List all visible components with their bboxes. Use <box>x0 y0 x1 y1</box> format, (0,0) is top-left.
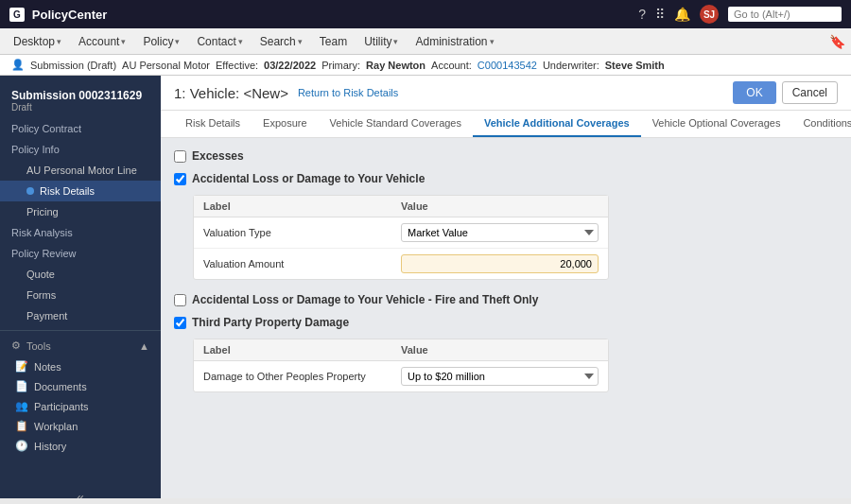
content-area: 1: Vehicle: <New> Return to Risk Details… <box>161 76 851 498</box>
tab-vehicle-additional-coverages[interactable]: Vehicle Additional Coverages <box>473 111 641 137</box>
effective-label: Effective: <box>216 60 258 71</box>
third-party-checkbox-label[interactable]: Third Party Property Damage <box>174 316 349 329</box>
submission-number: Submission 0002311629 <box>11 89 149 102</box>
underwriter-label: Underwriter: <box>543 60 599 71</box>
sidebar-label-policy-review: Policy Review <box>11 248 76 259</box>
sidebar-item-policy-review[interactable]: Policy Review <box>0 243 161 264</box>
sidebar-label-policy-contract: Policy Contract <box>11 123 81 134</box>
page-title: 1: Vehicle: <New> Return to Risk Details <box>174 85 398 101</box>
excesses-checkbox[interactable] <box>174 150 186 163</box>
sidebar-item-participants[interactable]: 👥 Participants <box>0 396 161 416</box>
sidebar-label-quote: Quote <box>26 269 55 280</box>
nav-search[interactable]: Search▾ <box>252 31 310 52</box>
logo-icon: G <box>9 8 25 22</box>
nav-policy[interactable]: Policy▾ <box>135 31 187 52</box>
nav-contact[interactable]: Contact▾ <box>189 31 250 52</box>
tools-section-header[interactable]: ⚙ Tools ▲ <box>0 335 161 356</box>
sidebar-item-policy-contract[interactable]: Policy Contract <box>0 118 161 139</box>
sidebar-item-notes[interactable]: 📝 Notes <box>0 356 161 376</box>
return-link[interactable]: Return to Risk Details <box>298 87 398 98</box>
accidental-loss-checkbox-label[interactable]: Accidental Loss or Damage to Your Vehicl… <box>174 172 425 185</box>
help-icon[interactable]: ? <box>638 7 646 22</box>
page-title-bar: 1: Vehicle: <New> Return to Risk Details… <box>161 76 851 111</box>
nav-desktop[interactable]: Desktop▾ <box>6 31 69 52</box>
table-row: Valuation Amount <box>194 249 608 279</box>
primary-label: Primary: <box>321 60 360 71</box>
primary-name: Ray Newton <box>366 60 426 71</box>
sidebar-item-payment[interactable]: Payment <box>0 305 161 326</box>
page-actions: OK Cancel <box>733 81 838 104</box>
ok-button[interactable]: OK <box>733 81 775 104</box>
excesses-checkbox-label[interactable]: Excesses <box>174 149 244 163</box>
nav-team[interactable]: Team <box>312 31 355 52</box>
bell-icon[interactable]: 🔔 <box>674 7 690 22</box>
third-party-row: Third Party Property Damage <box>174 316 838 329</box>
table-row: Valuation Type Market Value Agreed Value… <box>194 217 608 249</box>
table2-header: Label Value <box>194 339 608 361</box>
tab-conditions-exclusions[interactable]: Conditions And Exclusions Library <box>791 111 851 137</box>
sidebar-label-forms: Forms <box>26 289 56 301</box>
tab-risk-details[interactable]: Risk Details <box>174 111 252 137</box>
nav-administration[interactable]: Administration▾ <box>408 31 501 52</box>
grid-icon[interactable]: ⠿ <box>655 7 665 22</box>
sidebar-label-au-personal-motor: AU Personal Motor Line <box>26 165 137 176</box>
sidebar-item-forms[interactable]: Forms <box>0 285 161 305</box>
top-bar-left: G PolicyCenter <box>9 8 107 22</box>
person-icon: 👤 <box>11 59 25 71</box>
sidebar-label-risk-details: Risk Details <box>40 185 95 197</box>
notes-icon: 📝 <box>15 360 28 373</box>
fire-theft-checkbox-label[interactable]: Accidental Loss or Damage to Your Vehicl… <box>174 293 538 306</box>
sidebar-item-au-personal-motor[interactable]: AU Personal Motor Line <box>0 160 161 181</box>
history-icon: 🕐 <box>15 440 28 452</box>
workplan-icon: 📋 <box>15 420 28 432</box>
damage-other-label: Damage to Other Peoples Property <box>203 371 401 382</box>
fire-theft-label: Accidental Loss or Damage to Your Vehicl… <box>192 293 538 306</box>
sidebar-item-history[interactable]: 🕐 History <box>0 436 161 456</box>
account-link[interactable]: C000143542 <box>478 60 537 71</box>
sidebar-item-quote[interactable]: Quote <box>0 264 161 285</box>
valuation-type-select[interactable]: Market Value Agreed Value Book Value <box>401 223 599 242</box>
nav-bar: Desktop▾ Account▾ Policy▾ Contact▾ Searc… <box>0 28 851 55</box>
nav-utility[interactable]: Utility▾ <box>356 31 406 52</box>
tab-vehicle-standard-coverages[interactable]: Vehicle Standard Coverages <box>319 111 473 137</box>
cancel-button[interactable]: Cancel <box>782 81 838 104</box>
nav-account[interactable]: Account▾ <box>71 31 133 52</box>
tabs-bar: Risk Details Exposure Vehicle Standard C… <box>161 111 851 138</box>
sidebar-label-pricing: Pricing <box>26 206 59 217</box>
table1-col2-header: Value <box>401 200 599 212</box>
sidebar: Submission 0002311629 Draft Policy Contr… <box>0 76 161 498</box>
valuation-amount-input[interactable] <box>401 254 599 273</box>
form-content: Excesses Accidental Loss or Damage to Yo… <box>161 138 851 417</box>
sidebar-collapse-button[interactable]: « <box>0 484 161 498</box>
fire-theft-checkbox[interactable] <box>174 294 186 306</box>
effective-date: 03/22/2022 <box>264 60 316 71</box>
third-party-checkbox[interactable] <box>174 317 186 329</box>
sidebar-item-documents[interactable]: 📄 Documents <box>0 376 161 396</box>
table1-header: Label Value <box>194 196 608 217</box>
search-input[interactable] <box>728 7 842 22</box>
participants-icon: 👥 <box>15 400 28 412</box>
documents-icon: 📄 <box>15 380 28 392</box>
bookmark-icon[interactable]: 🔖 <box>829 34 845 49</box>
accidental-loss-checkbox[interactable] <box>174 173 186 185</box>
sidebar-item-risk-analysis[interactable]: Risk Analysis <box>0 222 161 243</box>
table2-col1-header: Label <box>203 344 401 356</box>
tab-vehicle-optional-coverages[interactable]: Vehicle Optional Coverages <box>641 111 792 137</box>
top-bar: G PolicyCenter ? ⠿ 🔔 SJ <box>0 0 851 28</box>
sidebar-item-risk-details[interactable]: Risk Details <box>0 181 161 201</box>
sidebar-item-workplan[interactable]: 📋 Workplan <box>0 416 161 436</box>
third-party-table: Label Value Damage to Other Peoples Prop… <box>193 339 609 392</box>
avatar[interactable]: SJ <box>700 5 719 24</box>
tools-label: Tools <box>26 340 51 352</box>
tab-exposure[interactable]: Exposure <box>252 111 318 137</box>
damage-other-select[interactable]: Up to $20 million Up to $10 million Up t… <box>401 367 599 386</box>
submission-bar: 👤 Submission (Draft) AU Personal Motor E… <box>0 55 851 76</box>
sidebar-label-payment: Payment <box>26 310 67 322</box>
table-row: Damage to Other Peoples Property Up to $… <box>194 361 608 391</box>
account-label: Account: <box>431 60 472 71</box>
underwriter-name: Steve Smith <box>605 60 665 71</box>
submission-product: AU Personal Motor <box>122 60 210 71</box>
sidebar-item-policy-info[interactable]: Policy Info <box>0 139 161 160</box>
sidebar-item-pricing[interactable]: Pricing <box>0 201 161 222</box>
top-bar-right: ? ⠿ 🔔 SJ <box>638 5 842 24</box>
